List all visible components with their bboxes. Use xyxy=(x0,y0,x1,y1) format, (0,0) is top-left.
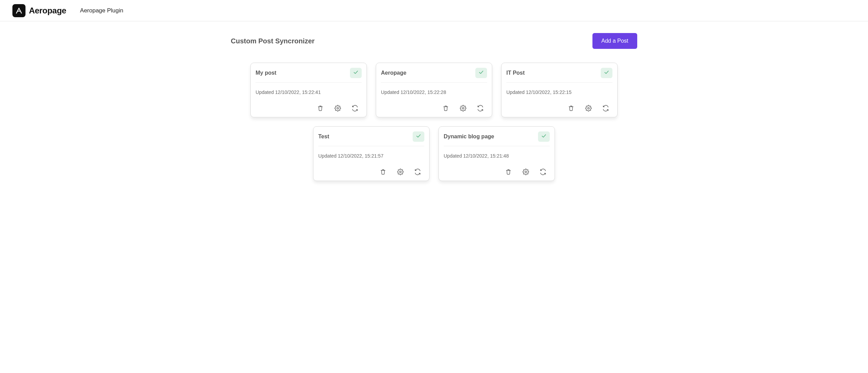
card-head: My post xyxy=(256,68,362,83)
card-title: Dynamic blog page xyxy=(444,134,494,140)
card-title: IT Post xyxy=(506,70,525,76)
card-title: My post xyxy=(256,70,276,76)
status-ok-badge xyxy=(413,131,424,142)
brand-name: Aeropage xyxy=(29,6,66,15)
content-header: Custom Post Syncronizer Add a Post xyxy=(231,33,637,49)
settings-button[interactable] xyxy=(522,168,529,175)
status-ok-badge xyxy=(475,68,487,78)
page-subtitle: Aeropage Plugin xyxy=(80,7,123,14)
card-head: Dynamic blog page xyxy=(444,131,550,146)
trash-icon xyxy=(317,105,323,111)
card-meta: Updated 12/10/2022, 15:22:15 xyxy=(506,83,612,105)
check-icon xyxy=(541,133,547,140)
svg-point-3 xyxy=(400,171,401,173)
status-ok-badge xyxy=(601,68,612,78)
gear-icon xyxy=(523,169,529,175)
sync-button[interactable] xyxy=(414,168,421,175)
svg-point-0 xyxy=(337,107,339,109)
svg-point-4 xyxy=(525,171,527,173)
refresh-icon xyxy=(414,169,421,175)
svg-point-2 xyxy=(588,107,589,109)
sync-button[interactable] xyxy=(602,105,609,111)
post-card: Dynamic blog pageUpdated 12/10/2022, 15:… xyxy=(438,126,555,181)
card-head: IT Post xyxy=(506,68,612,83)
refresh-icon xyxy=(540,169,546,175)
refresh-icon xyxy=(352,105,358,111)
settings-button[interactable] xyxy=(459,105,466,111)
brand: Aeropage xyxy=(12,4,66,17)
status-ok-badge xyxy=(350,68,362,78)
delete-button[interactable] xyxy=(380,168,386,175)
trash-icon xyxy=(380,169,386,175)
sync-button[interactable] xyxy=(477,105,484,111)
card-head: Test xyxy=(318,131,424,146)
card-actions xyxy=(318,168,424,177)
add-post-button[interactable]: Add a Post xyxy=(592,33,637,49)
content: Custom Post Syncronizer Add a Post My po… xyxy=(231,21,637,195)
post-card: TestUpdated 12/10/2022, 15:21:57 xyxy=(313,126,430,181)
card-actions xyxy=(444,168,550,177)
card-title: Aeropage xyxy=(381,70,406,76)
post-card: IT PostUpdated 12/10/2022, 15:22:15 xyxy=(501,63,618,117)
card-head: Aeropage xyxy=(381,68,487,83)
refresh-icon xyxy=(602,105,609,111)
gear-icon xyxy=(585,105,592,111)
trash-icon xyxy=(505,169,512,175)
post-card: AeropageUpdated 12/10/2022, 15:22:28 xyxy=(376,63,492,117)
trash-icon xyxy=(443,105,449,111)
card-meta: Updated 12/10/2022, 15:21:57 xyxy=(318,146,424,168)
check-icon xyxy=(478,69,484,77)
check-icon xyxy=(353,69,359,77)
card-grid: My postUpdated 12/10/2022, 15:22:41Aerop… xyxy=(231,63,637,181)
refresh-icon xyxy=(477,105,484,111)
card-title: Test xyxy=(318,134,329,140)
card-actions xyxy=(506,105,612,114)
delete-button[interactable] xyxy=(568,105,575,111)
status-ok-badge xyxy=(538,131,550,142)
brand-logo-icon xyxy=(12,4,25,17)
section-title: Custom Post Syncronizer xyxy=(231,37,314,45)
trash-icon xyxy=(568,105,574,111)
settings-button[interactable] xyxy=(397,168,404,175)
card-meta: Updated 12/10/2022, 15:21:48 xyxy=(444,146,550,168)
settings-button[interactable] xyxy=(585,105,592,111)
topbar: Aeropage Aeropage Plugin xyxy=(0,0,868,21)
settings-button[interactable] xyxy=(334,105,341,111)
sync-button[interactable] xyxy=(351,105,358,111)
gear-icon xyxy=(397,169,404,175)
check-icon xyxy=(603,69,610,77)
gear-icon xyxy=(460,105,466,111)
svg-point-1 xyxy=(462,107,464,109)
sync-button[interactable] xyxy=(539,168,546,175)
gear-icon xyxy=(334,105,341,111)
card-actions xyxy=(256,105,362,114)
delete-button[interactable] xyxy=(442,105,449,111)
delete-button[interactable] xyxy=(505,168,512,175)
check-icon xyxy=(415,133,422,140)
card-actions xyxy=(381,105,487,114)
card-meta: Updated 12/10/2022, 15:22:41 xyxy=(256,83,362,105)
delete-button[interactable] xyxy=(317,105,324,111)
card-meta: Updated 12/10/2022, 15:22:28 xyxy=(381,83,487,105)
post-card: My postUpdated 12/10/2022, 15:22:41 xyxy=(250,63,367,117)
